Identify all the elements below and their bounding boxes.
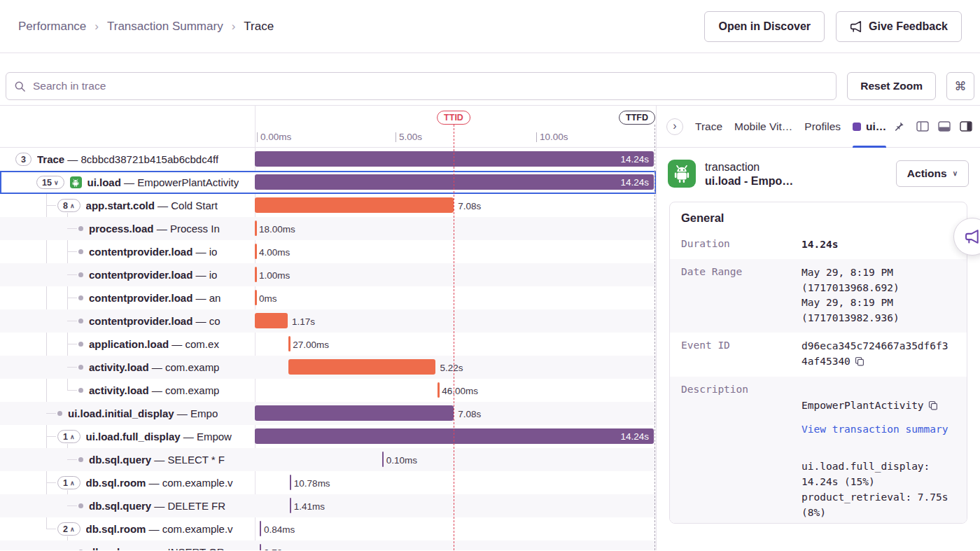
transaction-type-label: transaction — [705, 159, 793, 175]
actions-button[interactable]: Actions ∨ — [896, 160, 969, 187]
row-bar-cell[interactable]: 1.00ms — [255, 263, 656, 286]
span-duration-bar[interactable] — [255, 197, 454, 213]
span-label: ui.load.full_display — Empow — [86, 431, 232, 442]
trace-row-contentprovider.load[interactable]: contentprovider.load — co1.17s — [0, 309, 656, 333]
trace-row-activity.load[interactable]: activity.load — com.examp5.22s — [0, 356, 656, 379]
copy-icon[interactable] — [855, 356, 864, 371]
children-count-badge[interactable]: 15∨ — [36, 176, 64, 189]
span-duration-bar[interactable] — [260, 544, 262, 550]
span-duration-bar[interactable]: 14.24s — [255, 428, 654, 444]
row-bar-cell[interactable]: 0.10ms — [255, 448, 656, 471]
trace-row-activity.load[interactable]: activity.load — com.examp46.00ms — [0, 379, 656, 402]
span-duration-bar[interactable]: 14.24s — [255, 151, 654, 167]
row-bar-cell[interactable]: 1.17s — [255, 309, 656, 333]
trace-row-db.sql.query[interactable]: db.sql.query — INSERT OR0.78ms — [0, 540, 656, 550]
trace-row-db.sql.query[interactable]: db.sql.query — SELECT * F0.10ms — [0, 448, 656, 471]
breadcrumb-performance[interactable]: Performance — [18, 20, 86, 34]
android-icon — [668, 160, 696, 188]
trace-row-ui.load.initial_display[interactable]: ui.load.initial_display — Empo7.08s — [0, 402, 656, 425]
drawer-left-icon[interactable] — [916, 121, 929, 132]
span-duration-bar[interactable] — [255, 313, 288, 328]
general-heading: General — [670, 202, 967, 231]
span-duration-bar[interactable] — [290, 498, 292, 513]
search-input[interactable] — [6, 72, 836, 100]
copy-icon[interactable] — [928, 400, 938, 415]
row-bar-cell[interactable]: 14.24s — [255, 171, 656, 194]
span-duration-bar[interactable] — [255, 244, 257, 259]
ttfd-badge[interactable]: TTFD — [619, 111, 655, 125]
row-bar-cell[interactable]: 14.24s — [255, 148, 656, 171]
trace-row-db.sql.room[interactable]: 1∧db.sql.room — com.example.v10.78ms — [0, 471, 656, 494]
trace-row-application.load[interactable]: application.load — com.ex27.00ms — [0, 333, 656, 356]
collapse-panel-icon[interactable]: › — [666, 118, 683, 135]
children-count-badge[interactable]: 1∧ — [57, 430, 80, 443]
drawer-right-icon[interactable] — [960, 121, 972, 132]
span-duration-bar[interactable]: 14.24s — [255, 174, 654, 190]
field-duration: Duration 14.24s — [670, 231, 967, 259]
tab-profiles[interactable]: Profiles — [804, 106, 841, 148]
page-header: Performance › Transaction Summary › Trac… — [0, 0, 980, 53]
row-bar-cell[interactable]: 0.84ms — [255, 517, 656, 540]
trace-row-db.sql.room[interactable]: 2∧db.sql.room — com.example.v0.84ms — [0, 517, 656, 540]
trace-row-contentprovider.load[interactable]: contentprovider.load — an0ms — [0, 286, 656, 309]
children-count-badge[interactable]: 8∧ — [57, 199, 80, 212]
drawer-bottom-icon[interactable] — [938, 121, 951, 132]
span-duration-label: 18.00ms — [259, 223, 295, 234]
row-bar-cell[interactable]: 0.78ms — [255, 540, 656, 550]
time-tick-label: 5.00s — [396, 132, 422, 142]
shortcut-command-button[interactable]: ⌘ — [946, 72, 974, 100]
row-bar-cell[interactable]: 1.41ms — [255, 494, 656, 517]
trace-row-contentprovider.load[interactable]: contentprovider.load — io4.00ms — [0, 240, 656, 263]
trace-row-contentprovider.load[interactable]: contentprovider.load — io1.00ms — [0, 263, 656, 286]
span-duration-bar[interactable] — [255, 267, 257, 282]
children-count-badge[interactable]: 2∧ — [57, 522, 80, 536]
ttid-badge[interactable]: TTID — [437, 111, 470, 125]
breadcrumb-transaction-summary[interactable]: Transaction Summary — [107, 20, 223, 34]
span-dot — [78, 388, 83, 393]
row-bar-cell[interactable]: 5.22s — [255, 356, 656, 379]
span-duration-bar[interactable] — [382, 452, 384, 467]
span-label: db.sql.query — SELECT * F — [89, 454, 225, 466]
span-duration-bar[interactable] — [255, 221, 257, 236]
tab-mobile-vitals[interactable]: Mobile Vit… — [734, 106, 792, 148]
span-dot — [78, 295, 83, 300]
field-value: d96eca345c724667a35df6f34af45340 — [802, 339, 950, 371]
span-duration-bar[interactable] — [260, 521, 262, 536]
span-duration-bar[interactable] — [255, 405, 454, 421]
row-bar-cell[interactable]: 10.78ms — [255, 471, 656, 494]
open-in-discover-button[interactable]: Open in Discover — [704, 11, 825, 42]
trace-details-panel: › Trace Mobile Vit… Profiles ui… — [657, 106, 980, 550]
row-bar-cell[interactable]: 7.08s — [255, 402, 656, 425]
breadcrumb-trace: Trace — [244, 20, 274, 34]
view-transaction-summary-link[interactable]: View transaction summary — [802, 422, 950, 438]
row-bar-cell[interactable]: 4.00ms — [255, 240, 656, 263]
row-bar-cell[interactable]: 27.00ms — [255, 333, 656, 356]
tab-ui-load[interactable]: ui… — [853, 106, 886, 148]
trace-row-ui.load.full_display[interactable]: 1∧ui.load.full_display — Empow14.24s — [0, 425, 656, 448]
field-event-id: Event ID d96eca345c724667a35df6f34af4534… — [670, 333, 967, 377]
trace-row-Trace[interactable]: 3Trace — 8cbbcd38721b415ab6cbdc4ff14.24s — [0, 148, 656, 171]
row-bar-cell[interactable]: 46.00ms — [255, 379, 656, 402]
trace-row-db.sql.query[interactable]: db.sql.query — DELETE FR1.41ms — [0, 494, 656, 517]
span-duration-bar[interactable] — [255, 290, 257, 305]
row-bar-cell[interactable]: 18.00ms — [255, 217, 656, 240]
row-bar-cell[interactable]: 0ms — [255, 286, 656, 309]
span-label: contentprovider.load — io — [89, 246, 217, 258]
span-duration-bar[interactable] — [438, 382, 440, 398]
row-tree-cell: contentprovider.load — an — [0, 286, 255, 309]
pin-tab-icon[interactable] — [894, 121, 904, 132]
trace-row-ui.load[interactable]: 15∨ ui.load — EmpowerPlantActivity14.24s — [0, 171, 656, 194]
span-duration-label: 7.08s — [458, 200, 481, 211]
span-duration-bar[interactable] — [288, 359, 435, 375]
tab-trace[interactable]: Trace — [695, 106, 722, 148]
row-bar-cell[interactable]: 14.24s — [255, 425, 656, 448]
span-duration-bar[interactable] — [288, 336, 290, 351]
children-count-badge[interactable]: 1∧ — [57, 476, 80, 489]
span-duration-bar[interactable] — [290, 475, 292, 490]
row-bar-cell[interactable]: 7.08s — [255, 194, 656, 217]
trace-row-app.start.cold[interactable]: 8∧app.start.cold — Cold Start7.08s — [0, 194, 656, 217]
children-count-badge[interactable]: 3 — [15, 153, 31, 166]
trace-row-process.load[interactable]: process.load — Process In18.00ms — [0, 217, 656, 240]
give-feedback-button[interactable]: Give Feedback — [836, 11, 962, 42]
reset-zoom-button[interactable]: Reset Zoom — [847, 72, 936, 100]
